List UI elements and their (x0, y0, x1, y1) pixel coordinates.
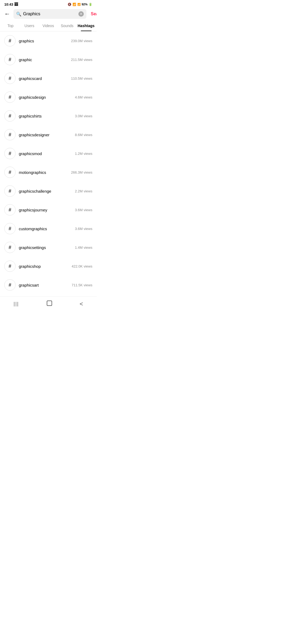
search-input[interactable] (23, 12, 77, 16)
search-bar: ← 🔍 ✕ Search (0, 8, 97, 20)
list-item[interactable]: # graphics 239.0M views (0, 31, 97, 50)
tab-top[interactable]: Top (1, 20, 20, 31)
nav-menu-icon[interactable]: ||| (14, 301, 19, 307)
mute-icon: 🔇 (68, 3, 71, 6)
list-item[interactable]: # graphicsmod 1.2M views (0, 144, 97, 163)
list-item[interactable]: # graphicschallenge 2.2M views (0, 182, 97, 200)
tab-hashtags[interactable]: Hashtags (77, 20, 96, 31)
hashtag-info: motiongraphics (19, 170, 68, 175)
hash-icon: # (4, 129, 16, 140)
signal-icon: 📶 (77, 3, 81, 6)
hash-icon: # (4, 35, 16, 46)
hashtag-info: graphics (19, 39, 68, 43)
hashtag-name: graphicshop (19, 264, 68, 269)
hash-icon: # (4, 279, 16, 291)
list-item[interactable]: # graphicsettings 1.4M views (0, 238, 97, 257)
search-icon: 🔍 (16, 12, 21, 17)
list-item[interactable]: # customgraphics 3.6M views (0, 219, 97, 238)
list-item[interactable]: # graphicsdesign 4.6M views (0, 88, 97, 107)
nav-back-icon[interactable]: < (80, 301, 83, 308)
hashtag-info: graphicscard (19, 76, 68, 81)
clear-button[interactable]: ✕ (78, 11, 84, 17)
hashtag-name: motiongraphics (19, 170, 68, 175)
hash-icon: # (4, 185, 16, 197)
hashtag-views: 3.0M views (75, 114, 92, 118)
hash-icon: # (4, 148, 16, 159)
hashtag-info: graphicsart (19, 283, 68, 287)
list-item[interactable]: # graphicsdesigner 8.6M views (0, 125, 97, 144)
status-time: 10:43 🖼 (4, 2, 18, 6)
battery-percent: 92% (82, 3, 88, 6)
hashtag-info: graphicsmod (19, 151, 72, 156)
hashtag-views: 8.6M views (75, 133, 92, 137)
hashtag-name: graphicsdesign (19, 95, 72, 100)
hashtag-views: 2.2M views (75, 189, 92, 193)
wifi-icon: 📶 (73, 3, 76, 6)
hashtag-views: 266.3M views (71, 170, 92, 174)
nav-home-icon[interactable] (46, 300, 53, 308)
list-item[interactable]: # graphicshirts 3.0M views (0, 107, 97, 125)
hashtag-name: graphicsjourney (19, 208, 72, 212)
list-item[interactable]: # graphicshop 422.0K views (0, 257, 97, 276)
hash-icon: # (4, 261, 16, 272)
list-item[interactable]: # graphic 211.5M views (0, 50, 97, 69)
hash-icon: # (4, 242, 16, 253)
hash-icon: # (4, 110, 16, 122)
hash-icon: # (4, 223, 16, 234)
hashtag-views: 422.0K views (72, 264, 92, 268)
status-icons: 🔇 📶 📶 92% 🔋 (68, 3, 92, 6)
list-item[interactable]: # motiongraphics 266.3M views (0, 163, 97, 182)
hashtag-name: customgraphics (19, 226, 72, 231)
hashtag-name: graphicsdesigner (19, 133, 72, 137)
search-button[interactable]: Search (89, 10, 97, 17)
photo-icon: 🖼 (14, 2, 18, 6)
hashtag-info: graphic (19, 57, 68, 62)
tab-users[interactable]: Users (20, 20, 39, 31)
hashtag-info: graphicshirts (19, 114, 72, 118)
hashtag-info: graphicshop (19, 264, 68, 269)
hashtag-name: graphicsmod (19, 151, 72, 156)
hashtag-name: graphicshirts (19, 114, 72, 118)
hashtag-info: graphicsettings (19, 245, 72, 250)
hashtag-views: 3.6M views (75, 208, 92, 212)
tab-videos[interactable]: Videos (39, 20, 58, 31)
hashtag-name: graphicschallenge (19, 189, 72, 193)
back-button[interactable]: ← (3, 9, 11, 19)
hashtag-views: 239.0M views (71, 39, 92, 43)
hashtag-info: graphicsdesigner (19, 133, 72, 137)
bottom-nav: ||| < (0, 297, 97, 312)
hashtag-name: graphic (19, 57, 68, 62)
hashtag-info: graphicsdesign (19, 95, 72, 100)
svg-rect-0 (47, 301, 52, 306)
status-bar: 10:43 🖼 🔇 📶 📶 92% 🔋 (0, 0, 97, 8)
hashtag-views: 1.4M views (75, 246, 92, 250)
hashtag-views: 110.5M views (71, 76, 92, 80)
hash-icon: # (4, 92, 16, 103)
hashtag-name: graphicsart (19, 283, 68, 287)
tab-sounds[interactable]: Sounds (58, 20, 77, 31)
hashtag-views: 1.2M views (75, 152, 92, 156)
tab-bar: Top Users Videos Sounds Hashtags (0, 20, 97, 31)
hashtag-info: customgraphics (19, 226, 72, 231)
search-input-wrapper: 🔍 ✕ (13, 9, 86, 19)
hashtag-info: graphicschallenge (19, 189, 72, 193)
list-item[interactable]: # graphicsjourney 3.6M views (0, 200, 97, 219)
hashtag-views: 211.5M views (71, 58, 92, 62)
list-item[interactable]: # graphicsart 711.5K views (0, 276, 97, 294)
list-item[interactable]: # graphicscard 110.5M views (0, 69, 97, 88)
hashtag-info: graphicsjourney (19, 208, 72, 212)
hash-icon: # (4, 73, 16, 84)
hashtag-list: # graphics 239.0M views # graphic 211.5M… (0, 31, 97, 294)
hashtag-views: 4.6M views (75, 95, 92, 99)
hashtag-name: graphicsettings (19, 245, 72, 250)
hashtag-name: graphics (19, 39, 68, 43)
hash-icon: # (4, 204, 16, 215)
hash-icon: # (4, 54, 16, 65)
hashtag-views: 3.6M views (75, 227, 92, 231)
hashtag-name: graphicscard (19, 76, 68, 81)
hashtag-views: 711.5K views (72, 283, 92, 287)
hash-icon: # (4, 167, 16, 178)
battery-icon: 🔋 (89, 3, 92, 6)
